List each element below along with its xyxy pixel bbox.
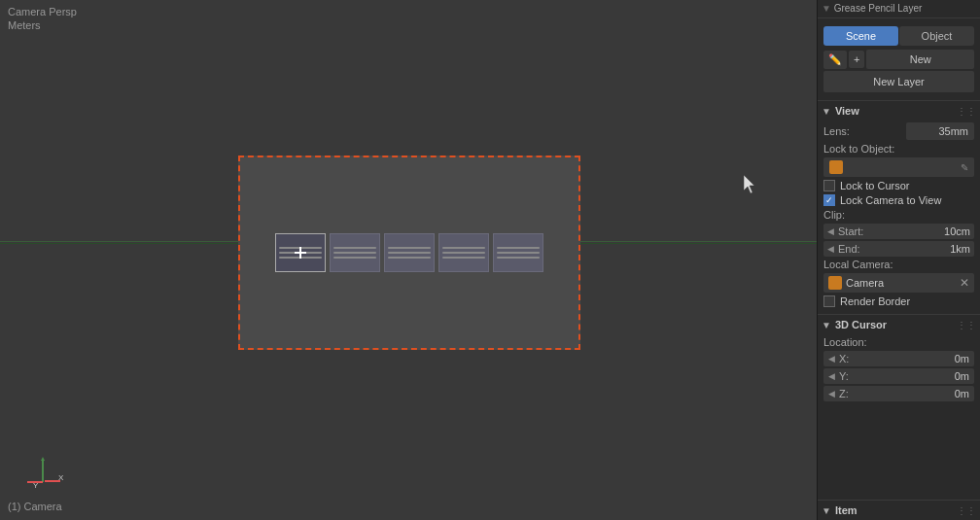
cursor-x-arrow: ◀	[828, 354, 835, 364]
lock-to-object-label: Lock to Object:	[823, 143, 894, 155]
clip-end-label: End:	[838, 243, 950, 255]
viewport-header: Camera Persp Meters	[8, 6, 77, 31]
clip-end-row[interactable]: ◀ End: 1km	[823, 241, 974, 257]
view-section-dots[interactable]: ⋮⋮	[957, 106, 976, 117]
lens-row: Lens:	[823, 122, 974, 140]
item-section-dots[interactable]: ⋮⋮	[957, 505, 976, 516]
clip-end-value: 1km	[950, 243, 970, 255]
frame-line	[333, 257, 376, 259]
svg-text:Y: Y	[33, 481, 39, 490]
view-section-title-row: ▼ View	[822, 105, 859, 117]
lens-label: Lens:	[823, 125, 850, 137]
lock-to-cursor-checkbox[interactable]	[823, 180, 835, 191]
frame-line	[497, 247, 540, 249]
location-label-row: Location:	[823, 336, 974, 348]
cursor-z-row[interactable]: ◀ Z: 0m	[823, 386, 974, 401]
local-camera-label-row: Local Camera:	[823, 259, 974, 270]
clip-label: Clip:	[823, 209, 845, 221]
object-icon	[829, 160, 843, 174]
frame-line	[388, 247, 431, 249]
timeline-strip	[265, 233, 553, 272]
viewport-units: Meters	[8, 19, 77, 31]
view-toggle-icon: ▼	[822, 106, 831, 117]
cursor-z-arrow: ◀	[828, 389, 835, 399]
lock-object-field[interactable]: ✎	[823, 157, 974, 177]
camera-name: Camera	[846, 277, 960, 289]
axes-indicator: Y X	[19, 447, 66, 497]
cursor-z-value: 0m	[955, 388, 969, 399]
viewport-title: Camera Persp	[8, 6, 77, 17]
render-border-row: Render Border	[823, 295, 974, 307]
cursor-x-label: X:	[839, 353, 955, 364]
cursor-section-title-row: ▼ 3D Cursor	[822, 319, 887, 330]
render-border-checkbox[interactable]	[823, 295, 835, 307]
cursor-section-title: 3D Cursor	[835, 319, 887, 330]
clip-start-row[interactable]: ◀ Start: 10cm	[823, 224, 974, 239]
cursor-section-dots[interactable]: ⋮⋮	[957, 320, 976, 330]
cursor-z-label: Z:	[839, 388, 955, 399]
view-section-content: Lens: Lock to Object: ✎ Lock to Cursor ✓…	[818, 121, 980, 314]
item-toggle-icon: ▼	[822, 505, 831, 516]
item-section-title: Item	[835, 504, 858, 516]
clear-camera-button[interactable]: ✕	[960, 276, 969, 290]
tab-row: Scene Object	[823, 26, 974, 46]
lock-camera-row: ✓ Lock Camera to View	[823, 194, 974, 206]
lock-to-cursor-row: Lock to Cursor	[823, 180, 974, 191]
lock-camera-checkbox[interactable]: ✓	[823, 194, 835, 206]
cursor-section-header[interactable]: ▼ 3D Cursor ⋮⋮	[818, 314, 980, 334]
new-button[interactable]: New	[866, 50, 974, 69]
cursor-section-content: Location: ◀ X: 0m ◀ Y: 0m ◀ Z: 0m	[818, 334, 980, 407]
bottom-status: (1) Camera	[8, 501, 62, 512]
view-section-header[interactable]: ▼ View ⋮⋮	[818, 100, 980, 121]
cursor-x-row[interactable]: ◀ X: 0m	[823, 351, 974, 366]
edit-icon-small: ✎	[961, 162, 968, 173]
camera-icon-small	[828, 276, 842, 290]
crosshair	[295, 247, 306, 259]
clip-start-label: Start:	[838, 225, 944, 237]
cursor-y-label: Y:	[839, 370, 955, 382]
frame-line	[388, 257, 431, 259]
item-section-title-row: ▼ Item	[822, 504, 858, 516]
right-panel: ▼ Grease Pencil Layer Scene Object ✏️ + …	[817, 0, 980, 520]
cursor-y-row[interactable]: ◀ Y: 0m	[823, 368, 974, 384]
viewport[interactable]: Camera Persp Meters	[0, 0, 817, 520]
cursor-y-value: 0m	[955, 370, 969, 382]
panel-top: Scene Object ✏️ + New New Layer	[818, 22, 980, 100]
clip-label-row: Clip:	[823, 209, 974, 221]
frame-line	[442, 257, 485, 259]
timeline-frame-1	[275, 233, 326, 272]
lens-input[interactable]	[906, 122, 974, 140]
svg-text:X: X	[58, 473, 64, 482]
timeline-frame-2	[330, 233, 380, 272]
tab-scene[interactable]: Scene	[823, 26, 898, 46]
add-icon-btn[interactable]: +	[849, 51, 864, 68]
clip-start-value: 10cm	[944, 225, 970, 237]
svg-marker-0	[744, 175, 754, 193]
local-camera-label: Local Camera:	[823, 259, 893, 270]
lock-object-row: ✎	[823, 157, 974, 177]
timeline-frame-4	[438, 233, 489, 272]
cursor-x-value: 0m	[955, 353, 969, 364]
render-border-label: Render Border	[840, 295, 910, 307]
camera-status-label: (1) Camera	[8, 501, 62, 512]
item-section-header[interactable]: ▼ Item ⋮⋮	[818, 500, 980, 520]
camera-frame	[238, 156, 580, 350]
cursor-toggle-icon: ▼	[822, 320, 831, 330]
timeline-frame-3	[384, 233, 435, 272]
clip-end-arrow: ◀	[827, 244, 834, 254]
lock-to-cursor-label: Lock to Cursor	[840, 180, 910, 191]
new-layer-button[interactable]: New Layer	[823, 71, 974, 92]
frame-line	[333, 247, 376, 249]
clip-start-arrow: ◀	[827, 226, 834, 236]
frame-line	[497, 252, 540, 254]
timeline-frame-5	[493, 233, 543, 272]
new-row: ✏️ + New	[823, 50, 974, 69]
lock-camera-label: Lock Camera to View	[840, 194, 941, 206]
frame-line	[442, 252, 485, 254]
pencil-icon-btn[interactable]: ✏️	[823, 51, 847, 69]
view-section-title: View	[835, 105, 859, 117]
tab-object[interactable]: Object	[899, 26, 974, 46]
frame-line	[442, 247, 485, 249]
frame-line	[388, 252, 431, 254]
local-camera-row: Camera ✕	[823, 273, 974, 293]
